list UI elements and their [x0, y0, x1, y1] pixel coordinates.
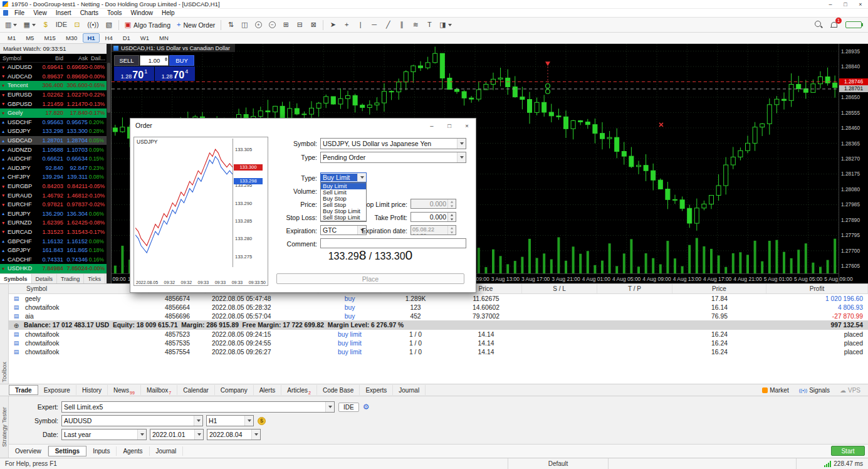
profile-selector[interactable]: Default [508, 458, 608, 469]
date-from-input[interactable]: 2022.01.01 [150, 429, 204, 440]
market-watch-row-eurchf[interactable]: ▼EURCHF0.978210.97837-0.02% [0, 200, 111, 209]
market-watch-row-euraud[interactable]: ▼EURAUD1.467921.46812-0.10% [0, 191, 111, 200]
market-watch-row-usdchf[interactable]: ▲USDCHF0.956630.956750.20% [0, 118, 111, 127]
scrollbar-thumb[interactable] [107, 63, 110, 113]
order-row-4857523[interactable]: ▤chowtaifook48575232022.08.05 09:24:15bu… [9, 330, 868, 339]
crosshair-button[interactable]: + [340, 19, 353, 31]
timeframe-m15[interactable]: M15 [39, 33, 60, 43]
timeframe-m1[interactable]: M1 [3, 33, 20, 43]
gear-icon[interactable]: ⚙ [363, 403, 370, 411]
tester-tab-overview[interactable]: Overview [9, 446, 48, 456]
new-chart-button[interactable]: ▥ [3, 19, 19, 31]
order-type-option-sell-stop-limit[interactable]: Sell Stop Limit [321, 214, 366, 221]
market-watch-tab-ticks[interactable]: Ticks [84, 274, 105, 283]
order-type-option-buy-stop[interactable]: Buy Stop [321, 196, 366, 202]
toolbox-tab-articles[interactable]: Articles2 [281, 385, 317, 395]
deposit-button[interactable]: $ [39, 19, 52, 31]
market-watch-row-geely[interactable]: ▼Geely17.82017.840-0.17% [0, 108, 111, 118]
place-button[interactable]: Place [276, 273, 464, 284]
tester-tab-journal[interactable]: Journal [150, 446, 184, 456]
tile-windows-button[interactable]: ⇅ [224, 19, 237, 31]
toolbox-tab-calendar[interactable]: Calendar [177, 385, 215, 395]
ide-button[interactable]: IDE [338, 403, 359, 412]
market-watch-tab-details[interactable]: Details [32, 274, 58, 283]
expiration-date-input[interactable]: 05.08.22 14:32 [410, 225, 456, 235]
stop-limit-price-input[interactable]: 0.000 [410, 199, 456, 209]
volume-spinner[interactable] [165, 57, 167, 61]
dialog-minimize-button[interactable]: – [423, 119, 441, 132]
toolbox-tab-exposure[interactable]: Exposure [38, 385, 76, 395]
sell-button[interactable]: SELL [114, 55, 139, 66]
zoom-out-button[interactable]: − [266, 19, 278, 31]
tester-symbol-select[interactable]: AUDUSD [61, 415, 203, 426]
tester-tab-inputs[interactable]: Inputs [86, 446, 117, 456]
timeframe-d1[interactable]: D1 [118, 33, 135, 43]
order-dialog-titlebar[interactable]: Order – □ × [130, 119, 476, 132]
market-watch-row-audjpy[interactable]: ▲AUDJPY92.84092.8470.23% [0, 164, 111, 173]
toolbox-tab-history[interactable]: History [76, 385, 108, 395]
market-watch-row-eurjpy[interactable]: ▲EURJPY136.290136.3040.06% [0, 209, 111, 219]
trade-row-4856664[interactable]: ▤chowtaifook48566642022.08.05 05:28:32bu… [9, 303, 868, 312]
market-watch-row-eurgbp[interactable]: ▼EURGBP0.842030.84211-0.05% [0, 182, 111, 191]
market-watch-row-eurnzd[interactable]: ▼EURNZD1.623951.62425-0.08% [0, 218, 111, 228]
timeframe-mn[interactable]: MN [155, 33, 173, 43]
chart-shift-button[interactable]: ⊟ [293, 19, 306, 31]
depth-of-market-button[interactable]: ◫ [238, 19, 251, 31]
channel-button[interactable]: ∥ [395, 19, 408, 31]
profiles-button[interactable]: ▦ [21, 19, 38, 31]
balance-row[interactable]: ⊕Balance: 17 012 483.17 USD Equity: 18 0… [9, 320, 868, 330]
market-watch-row-gbpusd[interactable]: ▼GBPUSD1.214591.21470-0.13% [0, 99, 111, 108]
comment-input[interactable] [320, 238, 466, 248]
trade-row-4856674[interactable]: ▤geely48566742022.08.05 05:47:48buy1.289… [9, 294, 868, 303]
order-row-4857535[interactable]: ▤chowtaifook48575352022.08.05 09:24:55bu… [9, 339, 868, 347]
menu-insert[interactable]: Insert [51, 9, 76, 16]
market-watch-row-cadchf[interactable]: ▲CADCHF0.743310.743460.16% [0, 255, 111, 264]
trendline-button[interactable]: ╱ [382, 19, 394, 31]
market-watch-columns[interactable]: SymbolBidAskDail... [0, 54, 111, 63]
market-watch-tab-trading[interactable]: Trading [57, 274, 84, 283]
auto-scroll-button[interactable]: ⊠ [307, 19, 320, 31]
menu-view[interactable]: View [29, 9, 51, 16]
date-range-select[interactable]: Last year [61, 429, 147, 440]
toolbox-tab-journal[interactable]: Journal [393, 385, 426, 395]
algo-trading-button[interactable]: ▣Algo Trading [122, 19, 173, 31]
market-watch-row-audnzd[interactable]: ▲AUDNZD1.106881.107030.09% [0, 145, 111, 154]
timeframe-m5[interactable]: M5 [21, 33, 38, 43]
tester-period-select[interactable]: H1 [206, 415, 254, 426]
market-watch-row-usdjpy[interactable]: ▲USDJPY133.298133.3000.28% [0, 127, 111, 136]
tester-tab-settings[interactable]: Settings [48, 446, 86, 456]
vertical-line-button[interactable]: | [354, 19, 367, 31]
market-watch-row-audchf[interactable]: ▲AUDCHF0.666210.666340.15% [0, 154, 111, 164]
order-type-option-sell-limit[interactable]: Sell Limit [321, 189, 366, 196]
toolbox-tab-news[interactable]: News99 [108, 385, 141, 395]
fibonacci-button[interactable]: ≋ [409, 19, 422, 31]
tester-tab-agents[interactable]: Agents [117, 446, 149, 456]
market-watch-tab-symbols[interactable]: Symbols [0, 274, 32, 283]
signal-button[interactable]: ((•)) [85, 19, 102, 31]
expert-select[interactable]: Sell Limit.ex5 [61, 401, 335, 413]
objects-button[interactable]: ◨ [437, 19, 454, 31]
menu-file[interactable]: File [10, 9, 29, 16]
market-watch-row-tencent[interactable]: ▼Tencent306.400306.600-0.65% [0, 81, 111, 90]
market-watch-row-usdcad[interactable]: ▲USDCAD1.287011.287040.05% [0, 136, 111, 145]
ide-button[interactable]: IDE [53, 19, 70, 31]
history-button[interactable]: ▧ [103, 19, 115, 31]
volume-stepper[interactable]: 1.00 [140, 55, 169, 66]
start-button[interactable]: Start [831, 446, 865, 456]
market-watch-row-usdhkd[interactable]: ▼USDHKD7.849847.85024-0.00% [0, 264, 111, 273]
order-type-option-buy-limit[interactable]: Buy Limit [321, 183, 366, 189]
new-order-button[interactable]: +New Order [174, 19, 217, 31]
toolbox-tab-trade[interactable]: Trade [9, 385, 38, 395]
cursor-button[interactable]: ➤ [327, 19, 339, 31]
market-watch-row-gbpchf[interactable]: ▲GBPCHF1.161321.161520.08% [0, 236, 111, 246]
market-watch-row-gbpjpy[interactable]: ▲GBPJPY161.843161.8650.18% [0, 246, 111, 255]
lock-button[interactable]: ⊡ [71, 19, 83, 31]
close-button[interactable]: × [853, 0, 868, 8]
deposit-coin-icon[interactable]: $ [258, 417, 266, 425]
connection-status[interactable]: 228.47 ms [796, 458, 868, 469]
menu-charts[interactable]: Charts [76, 9, 103, 16]
market-watch-row-audcad[interactable]: ▼AUDCAD0.896370.89650-0.00% [0, 72, 111, 82]
chart-grid-button[interactable]: ⊞ [280, 19, 292, 31]
timeframe-w1[interactable]: W1 [136, 33, 154, 43]
take-profit-input[interactable]: 0.000 [410, 212, 456, 222]
